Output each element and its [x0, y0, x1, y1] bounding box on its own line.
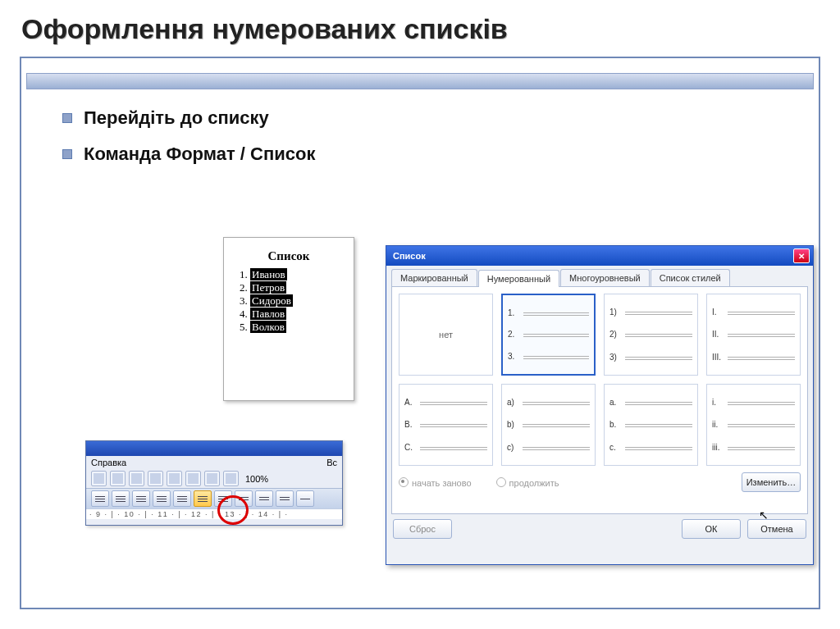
marker: b) [507, 420, 518, 429]
button-label: Сброс [409, 524, 436, 534]
tab-multilevel[interactable]: Многоуровневый [560, 269, 650, 286]
line-icon [420, 447, 487, 448]
decrease-indent-icon[interactable] [235, 490, 253, 507]
list-style-option[interactable]: a) b) c) [501, 384, 596, 466]
marker: c. [609, 443, 621, 452]
marker: iii. [712, 443, 724, 452]
tab-numbered[interactable]: Нумерованный [478, 270, 559, 287]
list-style-option[interactable]: I. II. III. [706, 294, 801, 376]
dialog-tabs: Маркированный Нумерованный Многоуровневы… [386, 266, 813, 286]
none-label: нет [439, 330, 453, 340]
line-icon [728, 357, 795, 358]
line-icon [523, 356, 589, 357]
marker: 2. [508, 330, 519, 339]
document-preview: Список Иванов Петров Сидоров Павлов Волк… [223, 237, 354, 401]
list-item: Павлов [250, 308, 345, 321]
radio-restart[interactable]: начать заново [399, 476, 472, 488]
cancel-button[interactable]: Отмена [747, 519, 806, 539]
menu-item: Вс [326, 458, 337, 467]
borders-icon[interactable] [276, 490, 294, 507]
list-style-option[interactable]: 1) 2) 3) [604, 294, 698, 376]
reset-button[interactable]: Сброс [393, 519, 452, 539]
marker: 1. [508, 308, 519, 317]
toolbar-icon[interactable] [185, 471, 201, 486]
marker: B. [404, 420, 416, 429]
line-icon [728, 402, 795, 403]
radio-row: начать заново продолжить Изменить… [399, 472, 801, 492]
list-style-option[interactable]: a. b. c. [604, 384, 698, 466]
line-icon [420, 402, 487, 403]
align-right-icon[interactable] [132, 490, 150, 507]
dialog-title: Список [393, 251, 426, 261]
line-spacing-icon[interactable] [173, 490, 191, 507]
line-icon [625, 334, 692, 335]
line-icon [625, 312, 692, 312]
line-icon [728, 424, 795, 425]
dialog-buttons: Сброс ОК Отмена [386, 514, 813, 544]
toolbar-icon[interactable] [129, 471, 144, 486]
bullet-item: Перейдіть до списку [62, 107, 819, 129]
list-item: Сидоров [250, 294, 345, 308]
marker: III. [712, 353, 724, 362]
align-center-icon[interactable] [112, 490, 130, 507]
radio-continue[interactable]: продолжить [496, 476, 559, 488]
list-style-option[interactable]: i. ii. iii. [706, 384, 801, 466]
list-dialog: Список ✕ Маркированный Нумерованный Мног… [386, 245, 814, 565]
tab-styles[interactable]: Список стилей [651, 269, 730, 286]
align-left-icon[interactable] [91, 490, 109, 507]
button-label: ОК [705, 524, 718, 534]
list-style-option[interactable]: A. B. C. [399, 384, 493, 466]
toolbar-icon[interactable] [148, 471, 163, 486]
radio-label: начать заново [412, 478, 472, 488]
list-item: Иванов [250, 268, 345, 281]
toolbar-row-2 [86, 488, 342, 508]
bulleted-list-icon[interactable] [214, 490, 232, 507]
menu-item[interactable]: Справка [91, 458, 126, 467]
button-label: Отмена [760, 524, 792, 534]
toolbar-snippet: Справка Вс 100% [85, 440, 343, 526]
marker: 2) [609, 330, 621, 339]
toolbar-icon[interactable] [204, 471, 220, 486]
zoom-value[interactable]: 100% [242, 474, 272, 484]
list-text: Петров [250, 281, 286, 294]
line-icon [728, 447, 795, 448]
increase-indent-icon[interactable] [255, 490, 273, 507]
list-style-none[interactable]: нет [399, 294, 493, 376]
list-text: Иванов [250, 268, 287, 280]
tab-bulleted[interactable]: Маркированный [391, 269, 477, 286]
marker: 3. [508, 352, 519, 361]
list-style-option[interactable]: 1. 2. 3. [501, 294, 596, 376]
marker: c) [507, 443, 518, 452]
line-icon [523, 402, 590, 403]
line-icon [420, 424, 487, 425]
toolbar-icon[interactable] [91, 471, 107, 486]
paragraph-icon[interactable] [223, 471, 239, 486]
change-button[interactable]: Изменить… [742, 472, 801, 492]
radio-label: продолжить [509, 478, 559, 488]
marker: C. [404, 443, 416, 452]
align-justify-icon[interactable] [153, 490, 171, 507]
list-text: Павлов [250, 308, 286, 320]
bullet-marker-icon [62, 113, 72, 123]
panel-topbar [26, 73, 814, 89]
marker: II. [712, 330, 724, 339]
snippet-titlebar [86, 441, 342, 456]
close-button[interactable]: ✕ [793, 248, 810, 263]
marker: a) [507, 398, 518, 407]
line-icon [625, 402, 692, 403]
toolbar-icon[interactable] [110, 471, 126, 486]
ruler: · 9 · | · 10 · | · 11 · | · 12 · | · 13 … [86, 508, 342, 519]
list-item: Петров [250, 281, 345, 294]
line-icon [523, 334, 589, 335]
toolbar-icon[interactable] [167, 471, 182, 486]
marker: 3) [609, 353, 621, 362]
toolbar-row-1: 100% [86, 469, 342, 488]
slide: Оформлення нумерованих списків Перейдіть… [0, 0, 840, 629]
numbered-list-icon[interactable] [194, 490, 212, 507]
ok-button[interactable]: ОК [682, 519, 741, 539]
line-icon [625, 447, 692, 448]
marker: ii. [712, 420, 724, 429]
marker: b. [609, 420, 621, 429]
marker: A. [404, 398, 416, 407]
highlight-icon[interactable] [296, 490, 314, 507]
